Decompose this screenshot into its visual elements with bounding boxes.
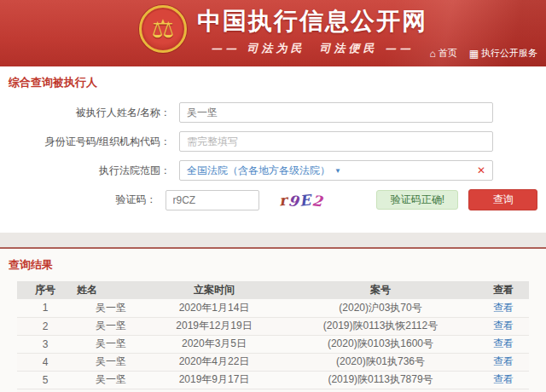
results-section: 查询结果 序号姓名立案时间案号查看 1吴一坚2020年1月14日(2020)沪0… [0,249,546,392]
debtor-name-input[interactable] [179,102,493,123]
brand-text: 中国执行信息公开网 —— 司法为民 司法便民 —— [197,5,427,56]
site-brand: ⚖ 中国执行信息公开网 —— 司法为民 司法便民 —— [139,5,427,56]
column-header-3: 案号 [283,281,478,299]
clear-selection-icon[interactable]: ✕ [477,164,485,176]
cell-serial-no: 4 [17,353,73,371]
query-button[interactable]: 查询 [468,189,537,210]
cell-filing-date: 2019年12月19日 [145,317,283,335]
view-link[interactable]: 查看 [493,320,514,331]
table-row: 3吴一坚2020年3月5日(2020)陕0103执1600号查看 [17,335,529,353]
form-row-id-code: 身份证号码/组织机构代码： [9,131,537,152]
captcha-input[interactable] [166,190,259,210]
site-header: ⚖ 中国执行信息公开网 —— 司法为民 司法便民 —— ⌂ 首页 ▦ 执行公开服… [0,0,546,66]
cell-filing-date: 2020年1月14日 [145,299,283,317]
search-section-title: 综合查询被执行人 [9,75,537,90]
column-header-0: 序号 [17,281,73,299]
search-form: 被执行人姓名/名称： 身份证号码/组织机构代码： 执行法院范围： 全国法院（含各… [9,102,537,210]
cell-case-no: (2020)陕01执736号 [283,353,478,371]
table-row: 6吴一坚2020年1月14日(2020)陕0113执1005号查看 [17,389,529,392]
cell-name: 吴一坚 [73,317,145,335]
view-link[interactable]: 查看 [493,355,514,367]
table-header-row: 序号姓名立案时间案号查看 [17,281,529,299]
court-scope-select[interactable]: 全国法院（含各地方各级法院） ▼ ✕ [179,160,493,181]
view-link[interactable]: 查看 [493,373,514,385]
home-icon: ⌂ [429,48,435,60]
id-code-input[interactable] [179,131,493,152]
cell-serial-no: 6 [17,389,73,392]
table-row: 5吴一坚2019年9月17日(2019)陕0113执7879号查看 [17,371,529,389]
column-header-2: 立案时间 [145,281,283,299]
cell-view: 查看 [478,371,529,389]
cell-serial-no: 2 [17,317,73,335]
cell-view: 查看 [478,353,529,371]
id-field-label: 身份证号码/组织机构代码： [9,135,179,149]
cell-filing-date: 2019年9月17日 [145,371,283,389]
chevron-down-icon: ▼ [334,167,341,175]
cell-name: 吴一坚 [73,371,145,389]
top-nav: ⌂ 首页 ▦ 执行公开服务 [429,47,537,60]
cell-case-no: (2019)陕0113执7879号 [283,371,478,389]
view-link[interactable]: 查看 [493,337,514,349]
cell-view: 查看 [478,389,529,392]
cell-case-no: (2020)陕0113执1005号 [283,389,478,392]
cell-case-no: (2019)陕0113执恢2112号 [283,317,478,335]
cell-view: 查看 [478,335,529,353]
cell-serial-no: 1 [17,299,73,317]
cell-serial-no: 3 [17,335,73,353]
results-table: 序号姓名立案时间案号查看 1吴一坚2020年1月14日(2020)沪03执70号… [17,281,529,392]
results-section-title: 查询结果 [9,257,537,273]
cell-view: 查看 [478,299,529,317]
nav-home-label: 首页 [439,47,457,60]
cell-view: 查看 [478,317,529,335]
captcha-char: 2 [311,192,325,210]
cell-case-no: (2020)陕0103执1600号 [283,335,478,353]
cell-filing-date: 2020年1月14日 [145,389,283,392]
grid-icon: ▦ [469,48,479,60]
cell-filing-date: 2020年4月22日 [145,353,283,371]
nav-home[interactable]: ⌂ 首页 [429,47,456,60]
form-row-captcha: 验证码： r9E2 验证码正确! 查询 [9,189,537,210]
cell-name: 吴一坚 [73,389,145,392]
captcha-image[interactable]: r9E2 [275,190,329,210]
table-row: 1吴一坚2020年1月14日(2020)沪03执70号查看 [17,299,529,317]
captcha-field-label: 验证码： [9,193,166,207]
view-link[interactable]: 查看 [493,302,514,314]
court-scope-value: 全国法院（含各地方各级法院） [187,164,330,178]
column-header-4: 查看 [478,281,529,299]
cell-serial-no: 5 [17,371,73,389]
cell-name: 吴一坚 [73,335,145,353]
captcha-correct-badge: 验证码正确! [376,190,458,210]
scales-of-justice-icon: ⚖ [152,16,175,42]
form-row-court: 执行法院范围： 全国法院（含各地方各级法院） ▼ ✕ [9,160,537,181]
court-emblem-logo: ⚖ [139,5,187,53]
cell-name: 吴一坚 [73,299,145,317]
cell-name: 吴一坚 [73,353,145,371]
site-slogan: —— 司法为民 司法便民 —— [197,41,427,56]
table-row: 2吴一坚2019年12月19日(2019)陕0113执恢2112号查看 [17,317,529,335]
court-field-label: 执行法院范围： [9,164,179,178]
site-title: 中国执行信息公开网 [197,5,427,37]
nav-service-label: 执行公开服务 [481,47,537,60]
table-row: 4吴一坚2020年4月22日(2020)陕01执736号查看 [17,353,529,371]
name-field-label: 被执行人姓名/名称： [9,106,179,120]
nav-enforcement-service[interactable]: ▦ 执行公开服务 [469,47,537,60]
form-row-name: 被执行人姓名/名称： [9,102,537,123]
cell-case-no: (2020)沪03执70号 [283,299,478,317]
cell-filing-date: 2020年3月5日 [145,335,283,353]
column-header-1: 姓名 [73,281,145,299]
section-divider-band [0,233,546,247]
search-form-section: 综合查询被执行人 被执行人姓名/名称： 身份证号码/组织机构代码： 执行法院范围… [0,66,546,233]
